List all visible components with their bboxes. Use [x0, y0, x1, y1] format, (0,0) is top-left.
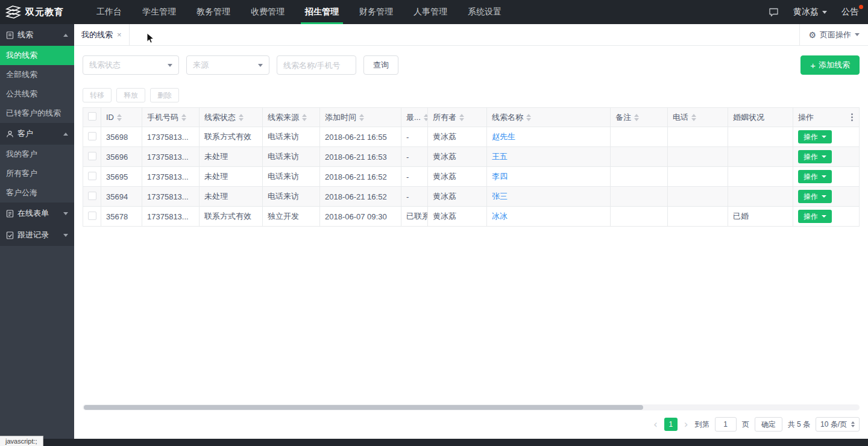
- lead-name-link[interactable]: 李四: [492, 172, 508, 181]
- row-checkbox[interactable]: [88, 152, 96, 160]
- cell-source: 电话来访: [263, 147, 320, 167]
- query-button[interactable]: 查询: [363, 55, 398, 75]
- scrollbar-thumb[interactable]: [84, 405, 643, 410]
- sort-icon[interactable]: [459, 114, 464, 121]
- sort-icon[interactable]: [691, 114, 696, 121]
- brand-logo: 双元教育: [0, 4, 74, 20]
- col-tel[interactable]: 电话: [668, 108, 728, 127]
- lead-name-link[interactable]: 王五: [492, 152, 508, 161]
- lead-name-link[interactable]: 赵先生: [492, 132, 515, 141]
- col-remark[interactable]: 备注: [611, 108, 668, 127]
- col-recent[interactable]: 最...: [401, 108, 428, 127]
- transfer-button[interactable]: 转移: [83, 88, 112, 102]
- cell-actions: 操作: [793, 207, 860, 227]
- lead-name-link[interactable]: 冰冰: [492, 212, 508, 221]
- sidebar-item-my-leads[interactable]: 我的线索: [0, 46, 74, 65]
- message-icon[interactable]: [769, 7, 779, 17]
- sidebar-item-all-leads[interactable]: 全部线索: [0, 65, 74, 84]
- lead-name-link[interactable]: 张三: [492, 192, 508, 201]
- sort-icon[interactable]: [634, 114, 639, 121]
- sort-icon[interactable]: [359, 114, 364, 121]
- sidebar-item-public-leads[interactable]: 公共线索: [0, 84, 74, 104]
- row-action-button[interactable]: 操作: [798, 150, 832, 163]
- nav-item-students[interactable]: 学生管理: [132, 0, 186, 24]
- online-forms-icon: [6, 210, 14, 218]
- cell-owner: 黄冰荔: [428, 127, 487, 147]
- confirm-button[interactable]: 确定: [755, 417, 782, 432]
- col-owner[interactable]: 所有者: [428, 108, 487, 127]
- page-number-button[interactable]: 1: [664, 418, 678, 431]
- col-label: 备注: [615, 112, 631, 123]
- sort-icon[interactable]: [239, 114, 244, 121]
- sidebar-item-customer-pool[interactable]: 客户公海: [0, 183, 74, 203]
- col-label: 线索来源: [268, 112, 299, 123]
- announcements-button[interactable]: 公告: [841, 7, 858, 17]
- col-phone[interactable]: 手机号码: [142, 108, 200, 127]
- cell-id: 35695: [101, 167, 142, 187]
- page-size-select[interactable]: 10 条/页: [816, 417, 860, 432]
- cell-marital: [728, 147, 793, 167]
- nav-item-hr[interactable]: 人事管理: [403, 0, 458, 24]
- row-checkbox[interactable]: [88, 172, 96, 180]
- cell-owner: 黄冰荔: [428, 167, 487, 187]
- sidebar-group-label: 跟进记录: [17, 230, 49, 240]
- col-id[interactable]: ID: [101, 108, 142, 127]
- col-label: 线索名称: [492, 112, 523, 123]
- close-icon[interactable]: ×: [117, 30, 122, 39]
- col-status[interactable]: 线索状态: [200, 108, 263, 127]
- sidebar-item-all-customers[interactable]: 所有客户: [0, 164, 74, 183]
- row-action-label: 操作: [804, 192, 818, 202]
- browser-status-tooltip: javascript:;: [0, 436, 43, 446]
- cell-remark: [611, 167, 668, 187]
- cell-actions: 操作: [793, 167, 860, 187]
- row-action-button[interactable]: 操作: [798, 190, 832, 203]
- nav-item-workbench[interactable]: 工作台: [86, 0, 132, 24]
- goto-page-input[interactable]: [715, 417, 737, 432]
- sidebar-group-leads[interactable]: 线索: [0, 24, 74, 46]
- cell-tel: [668, 127, 728, 147]
- chevron-down-icon: [822, 136, 826, 138]
- col-name[interactable]: 线索名称: [487, 108, 611, 127]
- nav-item-academics[interactable]: 教务管理: [186, 0, 241, 24]
- select-all-checkbox[interactable]: [88, 112, 96, 121]
- lead-status-select[interactable]: 线索状态: [83, 55, 179, 75]
- sidebar-group-follow-records[interactable]: 跟进记录: [0, 224, 74, 246]
- user-menu[interactable]: 黄冰荔: [793, 7, 827, 17]
- row-checkbox[interactable]: [88, 132, 96, 140]
- nav-item-finance[interactable]: 财务管理: [349, 0, 403, 24]
- tab-my-leads[interactable]: 我的线索 ×: [74, 24, 130, 45]
- row-action-button[interactable]: 操作: [798, 210, 832, 223]
- sort-icon[interactable]: [181, 114, 186, 121]
- sort-icon[interactable]: [302, 114, 307, 121]
- column-settings-icon[interactable]: [850, 112, 854, 122]
- col-label: 所有者: [433, 112, 456, 123]
- next-page-icon[interactable]: ›: [683, 419, 690, 430]
- row-checkbox[interactable]: [88, 212, 96, 220]
- row-checkbox[interactable]: [88, 192, 96, 200]
- sidebar-group-customers[interactable]: 客户: [0, 123, 74, 145]
- release-button[interactable]: 释放: [116, 88, 145, 102]
- add-lead-button[interactable]: + 添加线索: [800, 55, 860, 75]
- sort-icon[interactable]: [117, 114, 122, 121]
- customers-icon: [6, 130, 14, 138]
- col-label: 操作: [798, 112, 814, 123]
- search-input[interactable]: [277, 55, 356, 75]
- col-added-time[interactable]: 添加时间: [320, 108, 401, 127]
- col-source[interactable]: 线索来源: [263, 108, 320, 127]
- nav-item-fees[interactable]: 收费管理: [241, 0, 295, 24]
- nav-item-settings[interactable]: 系统设置: [458, 0, 512, 24]
- nav-item-admissions[interactable]: 招生管理: [295, 0, 349, 24]
- sort-icon[interactable]: [424, 114, 428, 121]
- lead-source-select[interactable]: 来源: [186, 55, 269, 75]
- page-actions-button[interactable]: ⚙ 页面操作: [799, 24, 868, 45]
- sidebar-item-my-customers[interactable]: 我的客户: [0, 145, 74, 164]
- delete-button[interactable]: 删除: [150, 88, 179, 102]
- prev-page-icon[interactable]: ‹: [652, 419, 659, 430]
- sidebar-item-converted-leads[interactable]: 已转客户的线索: [0, 104, 74, 123]
- sidebar-group-online-forms[interactable]: 在线表单: [0, 203, 74, 224]
- chevron-down-icon: [63, 212, 68, 215]
- sort-icon[interactable]: [526, 114, 531, 121]
- row-action-label: 操作: [804, 152, 818, 162]
- row-action-button[interactable]: 操作: [798, 170, 832, 183]
- row-action-button[interactable]: 操作: [798, 130, 832, 143]
